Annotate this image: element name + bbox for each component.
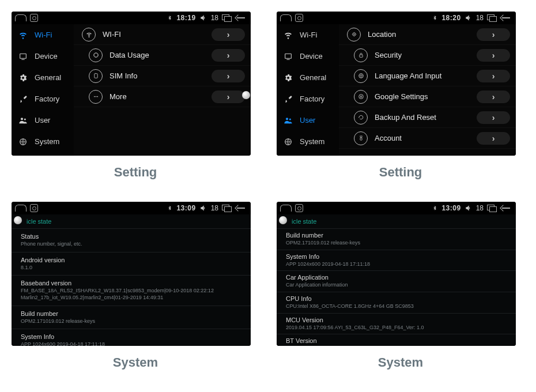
svg-point-3 xyxy=(24,118,26,120)
recent-apps-icon[interactable] xyxy=(487,205,496,212)
settings-row-data-usage[interactable]: Data Usage› xyxy=(74,45,251,66)
settings-row-sim-info[interactable]: SIM Info› xyxy=(74,66,251,86)
sidebar-item-label: Device xyxy=(35,52,58,61)
info-row-baseband-version[interactable]: Baseband versionFM_BASE_18A_RLS2_ISHARKL… xyxy=(12,275,251,305)
info-row-status[interactable]: StatusPhone number, signal, etc. xyxy=(12,228,251,252)
info-key: Car Application xyxy=(286,274,510,281)
info-row-bt-version[interactable]: BT VersionBLINK_8761ATV_RELEASE2/2019:04… xyxy=(277,334,516,346)
scroll-thumb[interactable] xyxy=(14,216,22,224)
info-value: Phone number, signal, etc. xyxy=(21,241,245,248)
settings-row-security[interactable]: Security› xyxy=(339,45,516,66)
settings-row-language-and-input[interactable]: Language And Input› xyxy=(339,66,516,86)
sidebar-item-system[interactable]: System xyxy=(12,131,74,152)
info-row-car-application[interactable]: Car ApplicationCar Application informati… xyxy=(277,270,516,292)
info-row-mcu-version[interactable]: MCU Version2019.04.15 17:09:56 AYI_53_C6… xyxy=(277,313,516,334)
info-key: System Info xyxy=(286,253,510,260)
settings-row-more[interactable]: More› xyxy=(74,86,251,107)
sidebar-item-wi-fi[interactable]: Wi-Fi xyxy=(12,24,74,46)
sidebar-item-system[interactable]: System xyxy=(277,131,339,152)
camera-icon[interactable] xyxy=(30,204,38,212)
row-icon xyxy=(354,48,368,62)
volume-level: 18 xyxy=(211,204,218,212)
back-icon[interactable] xyxy=(235,205,247,211)
recent-apps-icon[interactable] xyxy=(222,205,231,212)
info-value: FM_BASE_18A_RLS2_ISHARKL2_W18.37.1|sc985… xyxy=(21,288,245,301)
row-label: Google Settings xyxy=(375,92,470,101)
scroll-thumb[interactable] xyxy=(242,91,250,99)
svg-point-12 xyxy=(286,118,288,120)
wifi-icon xyxy=(282,31,294,40)
svg-point-7 xyxy=(93,96,95,97)
camera-icon[interactable] xyxy=(295,204,303,212)
globe-icon xyxy=(282,137,294,146)
sidebar-item-label: User xyxy=(300,116,315,125)
clock: 13:09 xyxy=(176,204,195,212)
sidebar-item-general[interactable]: General xyxy=(12,67,74,88)
sidebar-item-label: System xyxy=(35,137,59,146)
svg-point-20 xyxy=(360,136,361,138)
info-row-system-info[interactable]: System InfoAPP 1024x600 2019-04-18 17:11… xyxy=(277,250,516,271)
settings-row-location[interactable]: Location› xyxy=(339,24,516,45)
clock: 18:20 xyxy=(441,14,460,22)
status-bar: 13:09 18 xyxy=(277,202,516,214)
settings-row-account[interactable]: Account› xyxy=(339,128,516,149)
sidebar-item-general[interactable]: General xyxy=(277,67,339,88)
chevron-right-icon: › xyxy=(477,132,510,145)
sidebar-item-label: Factory xyxy=(35,95,59,103)
svg-rect-10 xyxy=(285,54,292,58)
user-icon xyxy=(17,116,29,125)
camera-icon[interactable] xyxy=(30,14,38,22)
info-row-android-version[interactable]: Android version8.1.0 xyxy=(12,252,251,276)
sidebar-item-label: Wi-Fi xyxy=(35,31,52,39)
svg-rect-17 xyxy=(359,55,362,57)
gear-icon xyxy=(17,73,29,82)
wifi-icon xyxy=(17,31,29,40)
camera-icon[interactable] xyxy=(295,14,303,22)
sidebar-item-device[interactable]: Device xyxy=(277,46,339,67)
user-icon xyxy=(282,116,294,125)
home-icon[interactable] xyxy=(280,205,292,212)
back-icon[interactable] xyxy=(500,205,512,211)
chevron-right-icon: › xyxy=(477,49,510,62)
settings-row-backup-and-reset[interactable]: Backup And Reset› xyxy=(339,107,516,128)
sidebar-item-wi-fi[interactable]: Wi-Fi xyxy=(277,24,339,46)
svg-point-8 xyxy=(95,96,96,97)
home-icon[interactable] xyxy=(15,205,27,212)
sidebar-item-label: Device xyxy=(300,52,323,61)
info-value: Car Application information xyxy=(286,282,510,289)
status-bar: 13:09 18 xyxy=(12,202,251,214)
sidebar-item-factory[interactable]: Factory xyxy=(12,88,74,110)
sidebar-item-user[interactable]: User xyxy=(277,110,339,131)
sidebar-item-device[interactable]: Device xyxy=(12,46,74,67)
info-key: Android version xyxy=(21,257,245,263)
sidebar-item-label: Factory xyxy=(300,95,324,103)
sidebar-item-user[interactable]: User xyxy=(12,110,74,131)
sidebar-item-label: System xyxy=(300,137,324,146)
volume-icon xyxy=(465,14,473,22)
row-icon xyxy=(354,131,368,145)
info-value: APP 1024x600 2019-04-18 17:11:18 xyxy=(21,341,245,346)
section-header: icle state xyxy=(277,214,516,228)
settings-row-wi-fi[interactable]: WI-FI› xyxy=(74,24,251,45)
row-label: Language And Input xyxy=(375,71,470,80)
back-icon[interactable] xyxy=(500,15,512,21)
scroll-thumb[interactable] xyxy=(279,216,287,224)
home-icon[interactable] xyxy=(280,14,292,21)
back-icon[interactable] xyxy=(235,15,247,21)
settings-sidebar: Wi-FiDeviceGeneralFactoryUserSystem xyxy=(277,24,339,156)
recent-apps-icon[interactable] xyxy=(222,14,231,21)
chevron-right-icon: › xyxy=(212,28,245,41)
info-value: OPM2.171019.012 release-keys xyxy=(286,240,510,247)
settings-row-google-settings[interactable]: Google Settings› xyxy=(339,86,516,107)
recent-apps-icon[interactable] xyxy=(487,14,496,21)
sidebar-item-factory[interactable]: Factory xyxy=(277,88,339,110)
info-row-build-number[interactable]: Build numberOPM2.171019.012 release-keys xyxy=(277,228,516,250)
home-icon[interactable] xyxy=(15,14,27,21)
info-row-system-info[interactable]: System InfoAPP 1024x600 2019-04-18 17:11… xyxy=(12,329,251,346)
system-screen-2: 13:09 18 icle state Build numberOPM2.171… xyxy=(277,202,516,346)
info-row-cpu-info[interactable]: CPU InfoCPU:Intel X86_OCTA-CORE 1.8GHz 4… xyxy=(277,292,516,313)
info-value: APP 1024x600 2019-04-18 17:11:18 xyxy=(286,261,510,268)
info-row-build-number[interactable]: Build numberOPM2.171019.012 release-keys xyxy=(12,306,251,329)
sidebar-item-label: General xyxy=(35,73,61,82)
chevron-right-icon: › xyxy=(212,70,245,82)
